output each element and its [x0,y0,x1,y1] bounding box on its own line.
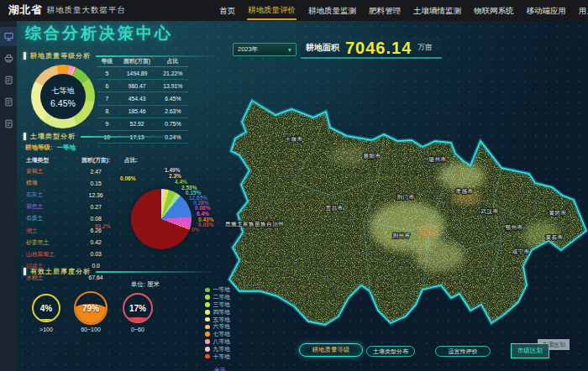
pie-circle [131,189,192,249]
depth-gauge: 79% [74,291,108,325]
depth-gauge: 4% [32,294,60,322]
legend-dot-icon [205,295,210,300]
grade-donut-chart: 七等地 6.45% [31,65,95,128]
nav-item[interactable]: 物联网系统 [473,3,515,19]
nav-item[interactable]: 移动端应用 [526,3,568,19]
city-level-button[interactable]: 市级区划 [511,343,549,358]
map-city-label: 荆门市 [397,194,415,200]
pie-slice-label: 69.2% [95,223,110,229]
depth-gauge-range: 0~60 [131,327,144,332]
nav-item[interactable]: 首页 [218,3,236,19]
soil-row: 山地草甸土0.03 [25,248,143,260]
archive-icon[interactable] [0,49,17,68]
page-title: 综合分析决策中心 [25,23,173,44]
legend-dot-icon [205,310,210,315]
dashboard-icon[interactable] [0,27,17,46]
legend-label: 十等地 [213,353,230,361]
nav-item[interactable]: 耕地质量评价 [247,2,297,20]
section-line [81,136,175,138]
map-legend: 一等地二等地三等地四等地五等地六等地七等地八等地九等地十等地全选 [205,286,230,371]
section-accent-bar [24,52,26,60]
nav-item[interactable]: 肥料管理 [368,3,402,19]
legend-item[interactable]: 十等地 [205,353,230,360]
legend-dot-icon [205,347,210,352]
pie-slice-label: 6.4% [197,211,209,217]
section-line [96,271,213,273]
map-city-label: 恩施土家族苗族自治州 [225,221,284,227]
legend-dot-icon [205,332,210,337]
pie-slice-label: 2.3% [169,173,181,179]
hubei-map[interactable]: 十堰市襄阳市随州市孝感市武汉市黄冈市鄂州市黄石市咸宁市荆门市宜昌市荆州市恩施土家… [214,71,588,336]
grade-table: 等级面积(万亩)占比51494.8921.22%6980.4713.91%745… [97,55,188,144]
select-all-link[interactable]: 全选 [214,366,226,371]
area-unit: 万亩 [417,43,432,53]
depth-gauge-range: >100 [39,327,53,332]
brand-name: 湖北省 [8,3,43,18]
donut-center: 七等地 6.45% [31,65,95,128]
pie-slice-label: 0.08% [195,205,210,211]
sidebar [0,21,17,371]
grade-row: 7454.436.45% [97,92,188,105]
map-tab-grade[interactable]: 耕地质量等级 [299,343,363,357]
year-select-value: 2023年 [238,45,258,54]
legend-dot-icon [205,317,210,322]
map-city-label: 十堰市 [286,136,303,142]
area-banner: 耕地面积 7046.14 万亩 [301,38,442,59]
depth-gauge: 17% [123,293,153,323]
map-city-label: 咸宁市 [512,248,530,254]
document-icon[interactable] [0,71,17,90]
map-city-label: 孝感市 [456,188,474,194]
depth-gauges: 4%>10079%60~10017%0~60 [24,289,175,337]
grade-row: 6980.4713.91% [97,80,188,92]
depth-section-header: 有效土层厚度分析 [24,267,213,276]
map-city-label: 宜昌市 [326,205,344,211]
grade-section-title: 耕地质量等级分析 [30,51,91,60]
pie-slice-label: 0% [192,227,199,233]
legend-dot-icon [205,288,210,293]
chevron-down-icon: ▾ [288,46,291,54]
section-accent-bar [24,133,26,140]
brand-subtitle: 耕地质量大数据平台 [47,5,127,16]
app-root: 湖北省 耕地质量大数据平台 首页耕地质量评价耕地质量监测肥料管理土壤墒情监测物联… [0,0,588,371]
nav-item[interactable]: 土壤墒情监测 [412,3,462,19]
legend-dot-icon [205,302,210,307]
depth-unit-label: 单位: 厘米 [99,280,160,289]
depth-section-title: 有效土层厚度分析 [30,267,91,276]
soil-section-header: 土壤类型分析 [24,132,175,141]
soil-grade-value: 一等地 [57,144,76,151]
document-icon[interactable] [0,114,17,133]
legend-dot-icon [205,325,210,330]
legend-dot-icon [205,339,210,344]
top-nav: 湖北省 耕地质量大数据平台 首页耕地质量评价耕地质量监测肥料管理土壤墒情监测物联… [0,0,588,21]
nav-menu: 首页耕地质量评价耕地质量监测肥料管理土壤墒情监测物联网系统移动端应用用户管理 [218,0,588,21]
soil-grade-line: 耕地等级: 一等地 [25,144,76,152]
map-tab-soil-type[interactable]: 土壤类型分布 [366,346,415,357]
pie-slice-label: 0.06% [120,175,135,181]
document-icon[interactable] [0,92,17,112]
map-city-label: 黄石市 [546,234,564,241]
nav-item[interactable]: 耕地质量监测 [307,3,357,19]
map-city-label: 襄阳市 [364,153,381,159]
donut-center-value: 6.45% [50,98,76,108]
map-city-label: 武汉市 [480,208,499,215]
depth-gauge-range: 60~100 [81,327,101,332]
soil-section-title: 土壤类型分析 [30,132,76,141]
section-accent-bar [24,268,26,275]
brand: 湖北省 耕地质量大数据平台 [8,0,126,21]
map-city-label: 鄂州市 [506,224,523,231]
map-city-label: 黄冈市 [549,210,567,217]
area-label: 耕地面积 [306,42,339,54]
grade-row: 51494.8921.22% [97,67,188,80]
soil-grade-label: 耕地等级: [25,144,53,151]
map-city-label: 荆州市 [393,233,411,238]
pie-slice-label: 1.49% [165,167,180,173]
map-tab-suitability[interactable]: 适宜性评价 [435,346,491,357]
pie-slice-label: 4.4% [175,179,187,185]
soil-pie-chart: 0.06%1.49%2.3%4.4%2.53%0.15%12.65%0.28%0… [95,162,223,244]
grade-row: 8185.462.63% [97,105,188,118]
nav-item[interactable]: 用户管理 [578,3,588,19]
grade-row: 952.920.75% [97,118,188,130]
donut-center-label: 七等地 [52,86,75,97]
year-select[interactable]: 2023年 ▾ [233,43,297,56]
legend-dot-icon [205,354,210,359]
